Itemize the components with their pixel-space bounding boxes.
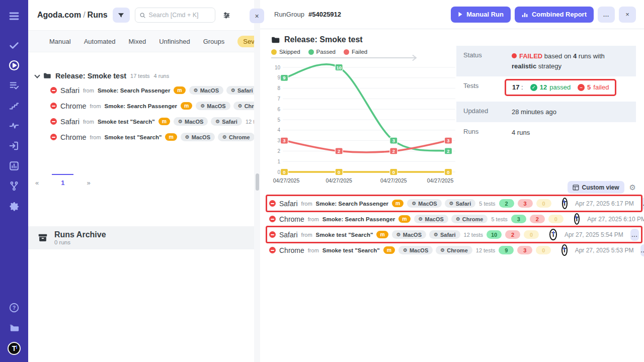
run-source-name[interactable]: Smoke test "Search" xyxy=(316,232,373,238)
run-browser-name[interactable]: Safari xyxy=(279,231,298,239)
search-box[interactable] xyxy=(135,8,215,23)
custom-view-button[interactable]: Custom view xyxy=(568,181,624,194)
row-more-button[interactable]: ... xyxy=(641,198,644,210)
branches-icon[interactable] xyxy=(0,176,28,196)
run-browser-name[interactable]: Chrome xyxy=(279,246,304,254)
env-tag-macos[interactable]: ⚙MacOS xyxy=(181,133,215,141)
tab-mixed[interactable]: Mixed xyxy=(129,38,146,45)
run-source-name[interactable]: Smoke: Search Passenger xyxy=(105,103,177,109)
runs-archive-row[interactable]: Runs Archive 0 runs xyxy=(28,226,254,249)
combined-report-button[interactable]: Combined Report xyxy=(515,7,594,23)
filter-button[interactable] xyxy=(113,8,130,23)
failed-dot-icon xyxy=(512,53,517,58)
table-row[interactable]: Safari from Smoke: Search Passenger m ⚙M… xyxy=(269,196,639,211)
import-icon[interactable] xyxy=(0,136,28,156)
steps-icon[interactable] xyxy=(0,96,28,116)
env-tag-macos[interactable]: ⚙MacOS xyxy=(174,117,208,126)
chevron-down-icon[interactable] xyxy=(34,72,40,78)
run-list-item[interactable]: Chrome from Smoke test "Search" m ⚙MacOS… xyxy=(35,129,260,145)
pagination-next[interactable]: » xyxy=(87,174,90,187)
breadcrumb-project[interactable]: Agoda.com xyxy=(37,11,81,19)
run-group-name[interactable]: Release: Smoke test xyxy=(55,72,126,80)
scrollbar-thumb[interactable] xyxy=(256,173,259,191)
user-avatar[interactable]: T xyxy=(574,213,580,225)
run-browser-name[interactable]: Chrome xyxy=(60,102,87,110)
run-group-row[interactable]: Release: Smoke test 17 tests 4 runs xyxy=(35,69,260,82)
run-timestamp: Apr 27, 2025 6:10 PM xyxy=(587,216,644,223)
runs-play-icon[interactable] xyxy=(0,55,28,75)
run-browser-name[interactable]: Safari xyxy=(279,200,298,208)
results-chart: SkippedPassedFailed 01234567891004/27/20… xyxy=(271,47,458,187)
table-row[interactable]: Chrome from Smoke: Search Passenger m ⚙M… xyxy=(269,211,639,227)
analytics-icon[interactable] xyxy=(0,156,28,176)
run-source-name[interactable]: Smoke: Search Passenger xyxy=(98,87,170,94)
run-group-tests-count: 17 tests xyxy=(130,73,150,79)
app-logo[interactable]: T xyxy=(8,342,21,355)
run-source-name[interactable]: Smoke: Search Passenger xyxy=(316,201,388,207)
env-tag-safari[interactable]: ⚙Safari xyxy=(211,117,242,126)
run-browser-name[interactable]: Chrome xyxy=(279,215,304,223)
run-browser-name[interactable]: Safari xyxy=(60,118,79,126)
pulse-icon[interactable] xyxy=(0,116,28,136)
search-input[interactable] xyxy=(149,12,208,19)
run-browser-name[interactable]: Safari xyxy=(60,86,79,95)
pagination-page-1[interactable]: 1 xyxy=(52,174,73,187)
run-tests-count: 5 tests xyxy=(491,216,507,222)
env-tag-chrome[interactable]: ⚙Chrome xyxy=(451,215,488,223)
run-tags: ⚙MacOS⚙Safari xyxy=(174,117,242,126)
env-tag-safari[interactable]: ⚙Safari xyxy=(445,199,476,208)
user-avatar[interactable]: T xyxy=(562,198,568,209)
run-source-name[interactable]: Smoke: Search Passenger xyxy=(323,216,395,222)
tests-check-icon[interactable] xyxy=(0,35,28,55)
run-source-name[interactable]: Smoke test "Search" xyxy=(105,134,162,140)
detail-close-button[interactable]: × xyxy=(619,7,636,23)
user-avatar[interactable]: T xyxy=(561,244,567,256)
env-tag-chrome[interactable]: ⚙Chrome xyxy=(436,246,472,254)
more-actions-button[interactable]: ... xyxy=(598,7,615,23)
env-tag-macos[interactable]: ⚙MacOS xyxy=(189,86,223,95)
gear-icon: ⚙ xyxy=(449,201,454,206)
env-tag-macos[interactable]: ⚙MacOS xyxy=(398,246,433,254)
projects-folder-icon[interactable] xyxy=(0,318,28,338)
tab-manual[interactable]: Manual xyxy=(49,38,71,45)
archive-count: 0 runs xyxy=(54,239,106,245)
manual-mode-badge: m xyxy=(376,231,388,239)
user-avatar[interactable]: T xyxy=(549,229,557,240)
left-panel-scrollbar[interactable] xyxy=(254,0,260,362)
env-tag-macos[interactable]: ⚙MacOS xyxy=(407,199,441,208)
plans-list-icon[interactable] xyxy=(0,75,28,96)
row-more-button[interactable]: ... xyxy=(640,244,644,256)
run-list-item[interactable]: Safari from Smoke test "Search" m ⚙MacOS… xyxy=(35,114,260,129)
env-tag-safari[interactable]: ⚙Safari xyxy=(226,86,258,95)
run-list-item[interactable]: Safari from Smoke: Search Passenger m ⚙M… xyxy=(35,82,260,98)
run-list-item[interactable]: Chrome from Smoke: Search Passenger m ⚙M… xyxy=(35,98,260,114)
check-circle-icon: ✓ xyxy=(530,84,537,91)
adjustments-icon[interactable] xyxy=(222,11,231,20)
run-source-name[interactable]: Smoke test "Search" xyxy=(323,247,380,253)
env-tag-chrome[interactable]: ⚙Chrome xyxy=(218,133,255,141)
env-tag-macos[interactable]: ⚙MacOS xyxy=(196,102,230,110)
run-timestamp: Apr 27, 2025 5:53 PM xyxy=(575,247,634,254)
svg-text:2: 2 xyxy=(277,148,280,154)
help-icon[interactable]: ? xyxy=(0,298,28,318)
tab-groups[interactable]: Groups xyxy=(203,38,225,45)
row-more-button[interactable]: ... xyxy=(630,229,639,241)
svg-text:0: 0 xyxy=(392,169,395,175)
tab-automated[interactable]: Automated xyxy=(84,38,116,45)
env-tag-macos[interactable]: ⚙MacOS xyxy=(414,215,448,223)
panel-close-button[interactable]: × xyxy=(250,9,264,23)
run-browser-name[interactable]: Chrome xyxy=(60,133,87,141)
table-settings-gear-icon[interactable]: ⚙ xyxy=(629,183,636,192)
settings-gear-icon[interactable] xyxy=(0,196,28,216)
manual-mode-badge: m xyxy=(165,133,177,141)
run-source-name[interactable]: Smoke test "Search" xyxy=(98,119,155,125)
table-row[interactable]: Chrome from Smoke test "Search" m ⚙MacOS… xyxy=(269,242,639,258)
manual-run-button[interactable]: Manual Run xyxy=(451,7,511,23)
svg-text:2: 2 xyxy=(338,148,340,154)
table-row[interactable]: Safari from Smoke test "Search" m ⚙MacOS… xyxy=(269,227,639,242)
env-tag-macos[interactable]: ⚙MacOS xyxy=(392,230,426,239)
menu-icon[interactable] xyxy=(0,6,28,26)
pagination-prev[interactable]: « xyxy=(35,174,39,187)
tab-unfinished[interactable]: Unfinished xyxy=(159,38,190,45)
env-tag-safari[interactable]: ⚙Safari xyxy=(429,230,460,239)
